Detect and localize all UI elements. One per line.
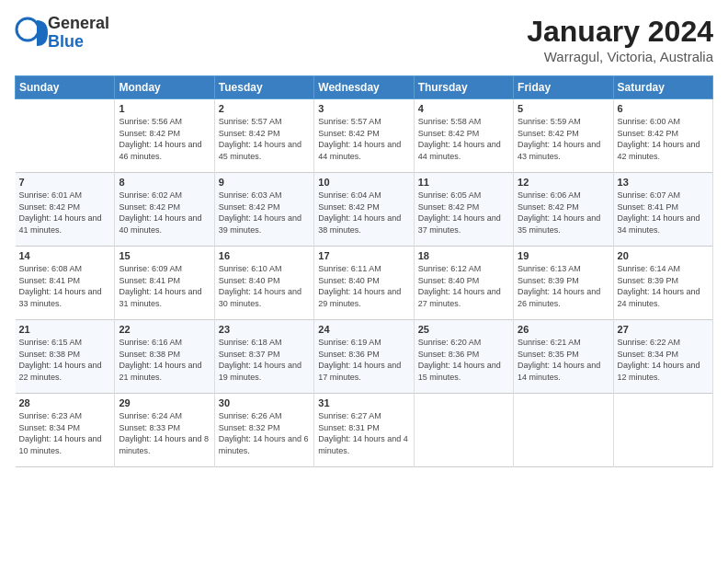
calendar-cell: 6Sunrise: 6:00 AM Sunset: 8:42 PM Daylig… [613, 99, 712, 173]
day-number: 1 [119, 103, 210, 114]
calendar-cell: 17Sunrise: 6:11 AM Sunset: 8:40 PM Dayli… [314, 247, 414, 320]
page-container: General Blue January 2024 Warragul, Vict… [0, 0, 728, 475]
calendar-cell: 29Sunrise: 6:24 AM Sunset: 8:33 PM Dayli… [115, 394, 214, 467]
calendar-cell: 30Sunrise: 6:26 AM Sunset: 8:32 PM Dayli… [214, 394, 313, 467]
calendar-cell [514, 394, 613, 467]
day-info: Sunrise: 6:10 AM Sunset: 8:40 PM Dayligh… [219, 263, 310, 309]
calendar-cell: 22Sunrise: 6:16 AM Sunset: 8:38 PM Dayli… [115, 320, 214, 394]
day-number: 5 [518, 103, 609, 114]
calendar-header: Sunday Monday Tuesday Wednesday Thursday… [16, 76, 713, 99]
day-number: 15 [119, 250, 210, 261]
location: Warragul, Victoria, Australia [527, 49, 713, 64]
logo-blue: Blue [48, 33, 109, 52]
header: General Blue January 2024 Warragul, Vict… [15, 15, 713, 64]
title-section: January 2024 Warragul, Victoria, Austral… [527, 15, 713, 64]
calendar-cell: 10Sunrise: 6:04 AM Sunset: 8:42 PM Dayli… [314, 173, 414, 247]
calendar-week-3: 14Sunrise: 6:08 AM Sunset: 8:41 PM Dayli… [16, 247, 713, 320]
col-friday: Friday [514, 76, 613, 99]
day-info: Sunrise: 6:22 AM Sunset: 8:34 PM Dayligh… [618, 337, 709, 383]
calendar-cell: 5Sunrise: 5:59 AM Sunset: 8:42 PM Daylig… [514, 99, 613, 173]
day-info: Sunrise: 6:14 AM Sunset: 8:39 PM Dayligh… [618, 263, 709, 309]
day-number: 16 [219, 250, 310, 261]
day-number: 12 [518, 177, 609, 188]
day-info: Sunrise: 6:00 AM Sunset: 8:42 PM Dayligh… [618, 116, 709, 162]
day-info: Sunrise: 6:11 AM Sunset: 8:40 PM Dayligh… [318, 263, 409, 309]
day-number: 3 [318, 103, 409, 114]
day-info: Sunrise: 6:07 AM Sunset: 8:41 PM Dayligh… [618, 190, 709, 236]
header-row: Sunday Monday Tuesday Wednesday Thursday… [16, 76, 713, 99]
calendar-week-5: 28Sunrise: 6:23 AM Sunset: 8:34 PM Dayli… [16, 394, 713, 467]
calendar-cell: 2Sunrise: 5:57 AM Sunset: 8:42 PM Daylig… [214, 99, 313, 173]
col-saturday: Saturday [613, 76, 712, 99]
calendar-cell: 19Sunrise: 6:13 AM Sunset: 8:39 PM Dayli… [514, 247, 613, 320]
day-info: Sunrise: 5:57 AM Sunset: 8:42 PM Dayligh… [318, 116, 409, 162]
day-info: Sunrise: 5:56 AM Sunset: 8:42 PM Dayligh… [119, 116, 210, 162]
day-number: 24 [318, 324, 409, 335]
calendar-cell: 16Sunrise: 6:10 AM Sunset: 8:40 PM Dayli… [214, 247, 313, 320]
day-number: 27 [618, 324, 709, 335]
day-number: 20 [618, 250, 709, 261]
day-number: 2 [219, 103, 310, 114]
calendar-cell: 8Sunrise: 6:02 AM Sunset: 8:42 PM Daylig… [115, 173, 214, 247]
day-info: Sunrise: 5:59 AM Sunset: 8:42 PM Dayligh… [518, 116, 609, 162]
day-info: Sunrise: 6:09 AM Sunset: 8:41 PM Dayligh… [119, 263, 210, 309]
calendar-week-4: 21Sunrise: 6:15 AM Sunset: 8:38 PM Dayli… [16, 320, 713, 394]
calendar-cell: 21Sunrise: 6:15 AM Sunset: 8:38 PM Dayli… [16, 320, 115, 394]
day-number: 25 [418, 324, 509, 335]
day-number: 13 [618, 177, 709, 188]
day-info: Sunrise: 6:18 AM Sunset: 8:37 PM Dayligh… [219, 337, 310, 383]
day-info: Sunrise: 6:08 AM Sunset: 8:41 PM Dayligh… [19, 263, 111, 309]
day-number: 31 [318, 397, 409, 408]
calendar-cell [414, 394, 513, 467]
calendar-cell: 13Sunrise: 6:07 AM Sunset: 8:41 PM Dayli… [613, 173, 712, 247]
col-wednesday: Wednesday [314, 76, 414, 99]
day-number: 30 [219, 397, 310, 408]
day-number: 23 [219, 324, 310, 335]
calendar-cell [613, 394, 712, 467]
calendar-cell [16, 99, 115, 173]
day-info: Sunrise: 6:20 AM Sunset: 8:36 PM Dayligh… [418, 337, 509, 383]
day-number: 4 [418, 103, 509, 114]
day-info: Sunrise: 6:06 AM Sunset: 8:42 PM Dayligh… [518, 190, 609, 236]
svg-point-0 [17, 18, 39, 40]
day-info: Sunrise: 6:13 AM Sunset: 8:39 PM Dayligh… [518, 263, 609, 309]
day-number: 10 [318, 177, 409, 188]
calendar-cell: 7Sunrise: 6:01 AM Sunset: 8:42 PM Daylig… [16, 173, 115, 247]
day-number: 6 [618, 103, 709, 114]
calendar-cell: 1Sunrise: 5:56 AM Sunset: 8:42 PM Daylig… [115, 99, 214, 173]
logo: General Blue [15, 15, 109, 52]
col-tuesday: Tuesday [214, 76, 313, 99]
day-number: 28 [19, 397, 111, 408]
logo-text: General Blue [48, 15, 109, 52]
day-info: Sunrise: 6:03 AM Sunset: 8:42 PM Dayligh… [219, 190, 310, 236]
day-number: 9 [219, 177, 310, 188]
calendar-cell: 20Sunrise: 6:14 AM Sunset: 8:39 PM Dayli… [613, 247, 712, 320]
day-number: 18 [418, 250, 509, 261]
day-number: 19 [518, 250, 609, 261]
calendar-cell: 11Sunrise: 6:05 AM Sunset: 8:42 PM Dayli… [414, 173, 513, 247]
calendar-body: 1Sunrise: 5:56 AM Sunset: 8:42 PM Daylig… [16, 99, 713, 467]
day-number: 8 [119, 177, 210, 188]
day-number: 14 [19, 250, 111, 261]
logo-icon [15, 17, 48, 50]
day-number: 22 [119, 324, 210, 335]
calendar-table: Sunday Monday Tuesday Wednesday Thursday… [15, 75, 713, 467]
day-info: Sunrise: 6:23 AM Sunset: 8:34 PM Dayligh… [19, 410, 111, 456]
calendar-cell: 25Sunrise: 6:20 AM Sunset: 8:36 PM Dayli… [414, 320, 513, 394]
day-number: 26 [518, 324, 609, 335]
calendar-cell: 23Sunrise: 6:18 AM Sunset: 8:37 PM Dayli… [214, 320, 313, 394]
col-monday: Monday [115, 76, 214, 99]
calendar-cell: 4Sunrise: 5:58 AM Sunset: 8:42 PM Daylig… [414, 99, 513, 173]
day-number: 11 [418, 177, 509, 188]
day-info: Sunrise: 6:05 AM Sunset: 8:42 PM Dayligh… [418, 190, 509, 236]
day-number: 21 [19, 324, 111, 335]
day-info: Sunrise: 5:58 AM Sunset: 8:42 PM Dayligh… [418, 116, 509, 162]
calendar-cell: 15Sunrise: 6:09 AM Sunset: 8:41 PM Dayli… [115, 247, 214, 320]
day-info: Sunrise: 6:15 AM Sunset: 8:38 PM Dayligh… [19, 337, 111, 383]
day-info: Sunrise: 6:04 AM Sunset: 8:42 PM Dayligh… [318, 190, 409, 236]
day-number: 29 [119, 397, 210, 408]
day-info: Sunrise: 6:27 AM Sunset: 8:31 PM Dayligh… [318, 410, 409, 456]
logo-general: General [48, 15, 109, 33]
calendar-cell: 14Sunrise: 6:08 AM Sunset: 8:41 PM Dayli… [16, 247, 115, 320]
calendar-cell: 3Sunrise: 5:57 AM Sunset: 8:42 PM Daylig… [314, 99, 414, 173]
